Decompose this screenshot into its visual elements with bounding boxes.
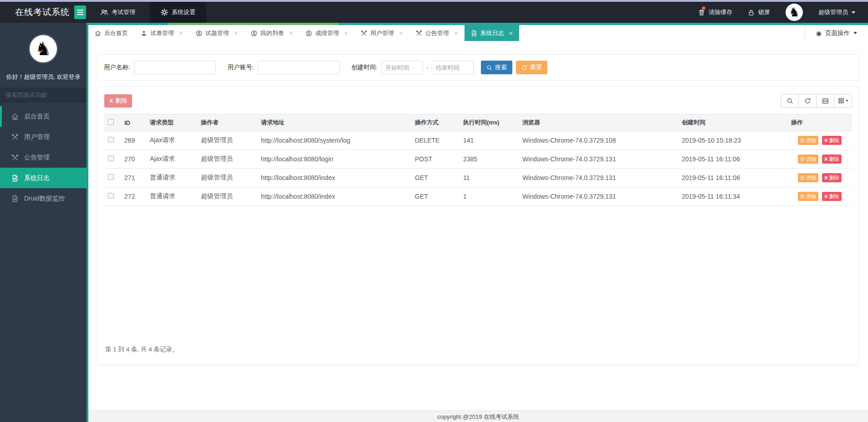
search-icon — [486, 65, 492, 71]
sidebar-item-druid-monitor[interactable]: Druid数据监控 — [0, 188, 87, 209]
clear-cache-button[interactable]: 清除缓存 — [698, 8, 732, 16]
reset-button[interactable]: 重置 — [516, 61, 547, 74]
table-header-row: ID 请求类型 操作者 请求地址 操作方式 执行时间(ms) 浏览器 创建时间 … — [104, 114, 852, 131]
row-checkbox[interactable] — [108, 137, 114, 143]
close-icon[interactable]: × — [179, 30, 183, 36]
bulk-delete-button[interactable]: × 删除 — [104, 94, 132, 108]
x-icon: × — [824, 193, 828, 200]
radio-dot-icon: ◉ — [816, 30, 822, 36]
bulk-delete-label: 删除 — [115, 97, 127, 105]
col-header-request-url: 请求地址 — [257, 114, 411, 131]
close-icon[interactable]: × — [399, 30, 403, 36]
cell-exec-time: 141 — [460, 131, 519, 150]
sidebar-search-input[interactable] — [5, 92, 86, 98]
sidebar-item-system-log[interactable]: 系统日志 — [0, 168, 87, 188]
close-icon[interactable]: × — [454, 30, 458, 36]
cell-method: DELETE — [411, 131, 460, 150]
cell-request-url: http://localhost:8080/login — [257, 150, 411, 169]
created-time-label: 创建时间: — [352, 63, 378, 72]
delete-row-button[interactable]: × 删除 — [822, 154, 842, 164]
col-header-request-type: 请求类型 — [146, 114, 197, 131]
x-icon: × — [109, 98, 113, 104]
cell-browser: Windows-Chrome-74.0.3729.108 — [519, 131, 678, 150]
gear-icon — [161, 9, 168, 16]
col-header-method: 操作方式 — [411, 114, 460, 131]
row-checkbox[interactable] — [108, 193, 114, 199]
tab-my-grading[interactable]: 我的判卷 × — [245, 25, 300, 41]
lock-screen-button[interactable]: 锁屏 — [748, 8, 770, 16]
col-header-actions: 操作 — [787, 114, 852, 131]
user-avatar[interactable]: ♞ — [786, 4, 803, 21]
cell-request-url: http://localhost:8080/index — [257, 187, 411, 206]
select-all-checkbox[interactable] — [108, 119, 114, 125]
tab-home[interactable]: 后台首页 — [88, 25, 134, 41]
sidebar-item-home[interactable]: 后台首页 — [0, 106, 87, 127]
close-icon[interactable]: × — [289, 30, 293, 36]
user-circle-icon — [196, 30, 202, 36]
tab-score-mgmt[interactable]: 成绩管理 × — [299, 25, 354, 41]
sidebar-toggle-button[interactable] — [74, 5, 86, 19]
tab-label: 后台首页 — [104, 29, 128, 37]
table-view-toggle-button[interactable] — [816, 94, 834, 108]
row-checkbox[interactable] — [108, 174, 114, 180]
table-columns-button[interactable] — [834, 94, 852, 108]
edit-icon — [800, 138, 805, 143]
detail-button[interactable]: 详细 — [798, 192, 818, 201]
sidebar-item-label: 公告管理 — [24, 154, 50, 162]
cache-badge-dot — [702, 6, 705, 10]
search-icon — [786, 98, 793, 104]
account-input[interactable] — [258, 61, 340, 74]
nav-item-system-settings[interactable]: 系统设置 — [150, 2, 206, 23]
sidebar-item-label: Druid数据监控 — [24, 195, 65, 203]
filter-panel: 用户名称: 用户账号: 创建时间: - 搜索 — [97, 54, 859, 81]
detail-button[interactable]: 详细 — [798, 136, 818, 145]
table-refresh-button[interactable] — [798, 94, 817, 108]
cell-operator: 超级管理员 — [197, 169, 257, 187]
delete-row-button[interactable]: × 删除 — [822, 192, 842, 201]
tab-question-mgmt[interactable]: 试题管理 × — [189, 25, 245, 41]
start-time-input[interactable] — [381, 61, 423, 74]
end-time-input[interactable] — [432, 61, 474, 74]
tab-label: 用户管理 — [370, 29, 394, 37]
horse-logo-icon: ♞ — [35, 40, 51, 58]
cell-id: 271 — [121, 169, 146, 187]
table-body: 269 Ajax请求 超级管理员 http://localhost:8080/s… — [104, 131, 852, 206]
close-icon[interactable]: × — [344, 30, 348, 36]
page-ops-dropdown[interactable]: ◉ 页面操作 — [805, 25, 868, 41]
nav-item-exam-mgmt[interactable]: 考试管理 — [90, 2, 146, 23]
sidebar-item-user-mgmt[interactable]: 用户管理 — [0, 127, 87, 147]
table-search-button[interactable] — [781, 94, 799, 108]
delete-row-button-label: 删除 — [829, 156, 839, 163]
username-input[interactable] — [134, 61, 216, 74]
table-row: 271 普通请求 超级管理员 http://localhost:8080/ind… — [104, 169, 852, 187]
tab-label: 公告管理 — [425, 29, 449, 37]
content-area: 用户名称: 用户账号: 创建时间: - 搜索 — [88, 41, 868, 410]
search-button[interactable]: 搜索 — [481, 61, 512, 74]
nav-item-label: 考试管理 — [112, 8, 135, 16]
delete-row-button[interactable]: × 删除 — [822, 173, 842, 182]
top-navbar: 在线考试系统 考试管理 系统设置 清除缓存 锁屏 ♞ 超级管理员 — [0, 2, 868, 23]
tab-notice-mgmt[interactable]: 公告管理 × — [409, 25, 465, 41]
tab-paper-mgmt[interactable]: 试卷管理 × — [134, 25, 189, 41]
tab-system-log[interactable]: 系统日志 × — [465, 25, 520, 41]
cell-created: 2019-05-10 15:18:23 — [678, 131, 787, 150]
tab-label: 成绩管理 — [315, 29, 339, 37]
delete-row-button[interactable]: × 删除 — [822, 136, 842, 145]
file-icon — [471, 30, 477, 36]
cell-request-url: http://localhost:8080/system/log — [257, 131, 411, 150]
detail-button[interactable]: 详细 — [798, 154, 818, 164]
sidebar-item-notice-mgmt[interactable]: 公告管理 — [0, 147, 87, 168]
row-checkbox[interactable] — [108, 155, 114, 161]
close-icon[interactable]: × — [509, 30, 513, 36]
sidebar-search[interactable] — [0, 87, 87, 103]
table-row: 272 普通请求 超级管理员 http://localhost:8080/ind… — [104, 187, 852, 206]
col-header-id: ID — [121, 114, 146, 131]
close-icon[interactable]: × — [234, 30, 238, 36]
lock-icon — [748, 9, 755, 16]
tab-user-mgmt[interactable]: 用户管理 × — [354, 25, 409, 41]
col-header-exec-time: 执行时间(ms) — [460, 114, 519, 131]
detail-button[interactable]: 详细 — [798, 173, 818, 182]
user-menu-button[interactable]: 超级管理员 — [818, 8, 855, 16]
cell-browser: Windows-Chrome-74.0.3729.131 — [519, 150, 678, 169]
x-icon: × — [824, 137, 828, 144]
